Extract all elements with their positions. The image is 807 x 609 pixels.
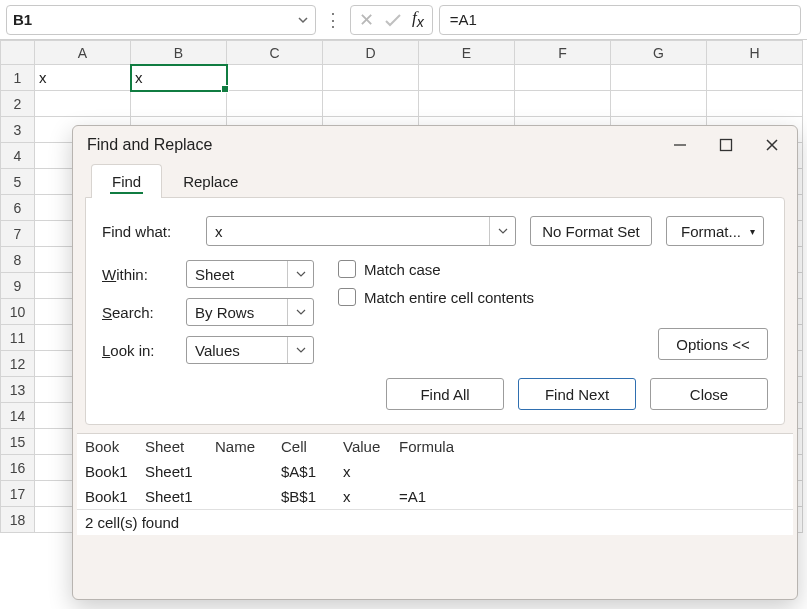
cell[interactable] xyxy=(611,65,707,91)
cell[interactable] xyxy=(227,91,323,117)
row-header[interactable]: 15 xyxy=(1,429,35,455)
find-what-value: x xyxy=(207,223,489,240)
lookin-select[interactable]: Values xyxy=(186,336,314,364)
dialog-body: Find what: x No Format Set Format... ▾ W… xyxy=(85,197,785,425)
row-header[interactable]: 2 xyxy=(1,91,35,117)
label: Close xyxy=(690,386,728,403)
row-header[interactable]: 18 xyxy=(1,507,35,533)
col-header[interactable]: A xyxy=(35,41,131,65)
close-icon[interactable] xyxy=(765,138,783,152)
cell[interactable]: x xyxy=(35,65,131,91)
label: Match entire cell contents xyxy=(364,289,534,306)
label: Find All xyxy=(420,386,469,403)
row-header[interactable]: 10 xyxy=(1,299,35,325)
enter-icon[interactable] xyxy=(384,13,402,27)
label: Find Next xyxy=(545,386,609,403)
value: Sheet xyxy=(187,266,287,283)
row-header[interactable]: 11 xyxy=(1,325,35,351)
label: Match case xyxy=(364,261,441,278)
cell[interactable] xyxy=(131,91,227,117)
value: Values xyxy=(187,342,287,359)
fx-icon[interactable]: fx xyxy=(412,8,424,30)
label: No Format Set xyxy=(542,223,640,240)
find-all-button[interactable]: Find All xyxy=(386,378,504,410)
col-header[interactable]: H xyxy=(707,41,803,65)
results-table[interactable]: Book Sheet Name Cell Value Formula Book1… xyxy=(77,434,793,509)
cell[interactable] xyxy=(611,91,707,117)
row-header[interactable]: 5 xyxy=(1,169,35,195)
tab-replace[interactable]: Replace xyxy=(162,164,259,198)
row-header[interactable]: 7 xyxy=(1,221,35,247)
match-case-checkbox[interactable]: Match case xyxy=(338,260,534,278)
minimize-icon[interactable] xyxy=(673,138,691,152)
results-row[interactable]: Book1Sheet1$B$1x=A1 xyxy=(77,484,793,509)
tab-find[interactable]: Find xyxy=(91,164,162,198)
options-left: Within: Sheet Search: By Rows Look in: xyxy=(102,260,314,364)
chevron-down-icon[interactable] xyxy=(287,337,313,363)
chevron-down-icon[interactable] xyxy=(287,299,313,325)
row-header[interactable]: 12 xyxy=(1,351,35,377)
row-header[interactable]: 1 xyxy=(1,65,35,91)
col-value[interactable]: Value xyxy=(335,434,391,459)
results-header-row: Book Sheet Name Cell Value Formula xyxy=(77,434,793,459)
col-sheet[interactable]: Sheet xyxy=(137,434,207,459)
results-cell: Book1 xyxy=(77,459,137,484)
cell[interactable] xyxy=(323,91,419,117)
row-header[interactable]: 9 xyxy=(1,273,35,299)
col-header[interactable]: E xyxy=(419,41,515,65)
vertical-dots-icon[interactable]: ⋮ xyxy=(322,9,344,31)
formula-input[interactable]: =A1 xyxy=(439,5,801,35)
format-button[interactable]: Format... ▾ xyxy=(666,216,764,246)
col-header[interactable]: G xyxy=(611,41,707,65)
col-header[interactable]: B xyxy=(131,41,227,65)
chevron-down-icon[interactable] xyxy=(287,261,313,287)
row-header[interactable]: 17 xyxy=(1,481,35,507)
col-name[interactable]: Name xyxy=(207,434,273,459)
row-header[interactable]: 6 xyxy=(1,195,35,221)
results-row[interactable]: Book1Sheet1$A$1x xyxy=(77,459,793,484)
cell[interactable] xyxy=(707,91,803,117)
cell[interactable] xyxy=(707,65,803,91)
no-format-button[interactable]: No Format Set xyxy=(530,216,652,246)
chevron-down-icon[interactable] xyxy=(297,14,309,26)
name-box[interactable]: B1 xyxy=(6,5,316,35)
row-header[interactable]: 4 xyxy=(1,143,35,169)
row-header[interactable]: 14 xyxy=(1,403,35,429)
cell[interactable] xyxy=(419,91,515,117)
chevron-down-icon[interactable] xyxy=(489,217,515,245)
close-button[interactable]: Close xyxy=(650,378,768,410)
results-cell: Sheet1 xyxy=(137,459,207,484)
row-header[interactable]: 13 xyxy=(1,377,35,403)
maximize-icon[interactable] xyxy=(719,138,737,152)
label: Options << xyxy=(676,336,749,353)
cancel-icon[interactable]: ✕ xyxy=(359,11,374,29)
find-what-input[interactable]: x xyxy=(206,216,516,246)
dialog-titlebar[interactable]: Find and Replace xyxy=(73,126,797,164)
select-all-corner[interactable] xyxy=(1,41,35,65)
options-button[interactable]: Options << xyxy=(658,328,768,360)
cell[interactable] xyxy=(323,65,419,91)
results-cell: x xyxy=(335,459,391,484)
col-header[interactable]: F xyxy=(515,41,611,65)
match-entire-checkbox[interactable]: Match entire cell contents xyxy=(338,288,534,306)
col-header[interactable]: D xyxy=(323,41,419,65)
cell[interactable] xyxy=(35,91,131,117)
cell[interactable] xyxy=(515,91,611,117)
cell[interactable] xyxy=(419,65,515,91)
search-select[interactable]: By Rows xyxy=(186,298,314,326)
cell[interactable] xyxy=(227,65,323,91)
within-select[interactable]: Sheet xyxy=(186,260,314,288)
search-label: Search: xyxy=(102,304,174,321)
results-cell: =A1 xyxy=(391,484,793,509)
col-cell[interactable]: Cell xyxy=(273,434,335,459)
col-book[interactable]: Book xyxy=(77,434,137,459)
cell[interactable] xyxy=(515,65,611,91)
col-header[interactable]: C xyxy=(227,41,323,65)
svg-rect-1 xyxy=(721,140,732,151)
row-header[interactable]: 3 xyxy=(1,117,35,143)
row-header[interactable]: 16 xyxy=(1,455,35,481)
cell[interactable]: x xyxy=(131,65,227,91)
col-formula[interactable]: Formula xyxy=(391,434,793,459)
row-header[interactable]: 8 xyxy=(1,247,35,273)
find-next-button[interactable]: Find Next xyxy=(518,378,636,410)
